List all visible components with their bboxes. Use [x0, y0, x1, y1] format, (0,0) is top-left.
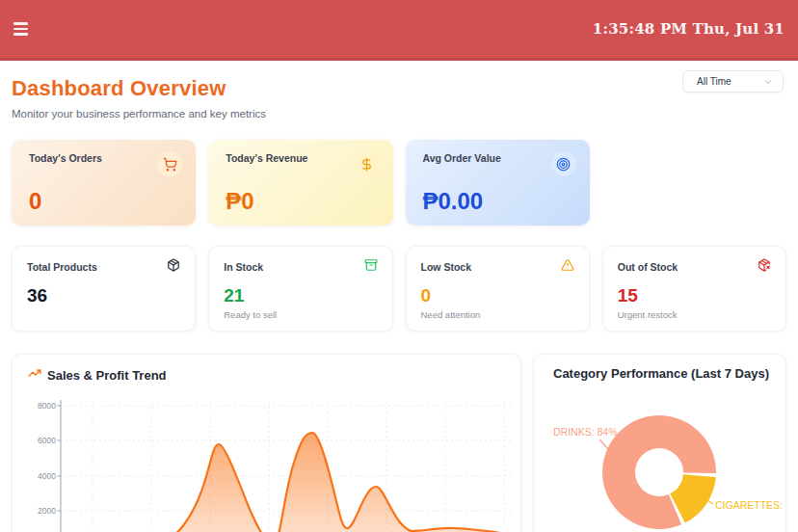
- ytick-6000: 6000: [38, 436, 56, 445]
- avg-order-value-card: Avg Order Value ₱0.00: [406, 140, 590, 226]
- hamburger-icon: [13, 22, 28, 25]
- dollar-icon: [355, 151, 380, 176]
- area-chart: 8000 6000 4000 2000: [13, 355, 521, 532]
- menu-hamburger-button[interactable]: [13, 19, 35, 39]
- top-header-bar: 1:35:48 PM Thu, Jul 31: [0, 0, 798, 61]
- donut-chart: DRINKS: 84% CIGARETTES:: [534, 355, 786, 532]
- page-subtitle: Monitor your business performance and ke…: [12, 108, 786, 120]
- category-performance-card: Category Performance (Last 7 Days) DRINK…: [533, 354, 786, 532]
- ytick-4000: 4000: [38, 471, 56, 481]
- in-stock-card: In Stock 21 Ready to sell: [208, 246, 392, 332]
- empty-grid-cell: [602, 140, 786, 226]
- out-of-stock-subtitle: Urgent restock: [618, 309, 771, 320]
- time-range-select[interactable]: All Time: [682, 70, 784, 93]
- package-x-icon: [758, 258, 771, 276]
- todays-revenue-value: ₱0: [226, 190, 377, 213]
- todays-revenue-card: Today's Revenue ₱0: [208, 140, 392, 226]
- in-stock-label: In Stock: [224, 261, 263, 273]
- page-header: Dashboard Overview Monitor your business…: [0, 61, 798, 120]
- drinks-slice-label: DRINKS: 84%: [553, 426, 618, 438]
- todays-orders-value: 0: [29, 190, 180, 213]
- area-fill: [61, 433, 510, 532]
- in-stock-value: 21: [224, 286, 377, 305]
- ytick-2000: 2000: [38, 506, 56, 516]
- page-title: Dashboard Overview: [12, 76, 786, 101]
- drinks-callout-line: [599, 439, 609, 450]
- low-stock-subtitle: Need attention: [421, 309, 574, 320]
- total-products-label: Total Products: [27, 261, 97, 273]
- package-icon: [167, 258, 180, 276]
- sales-profit-trend-card: Sales & Profit Trend: [12, 354, 521, 532]
- alert-triangle-icon: [561, 258, 574, 276]
- shopping-cart-icon: [157, 151, 182, 176]
- out-of-stock-card: Out of Stock 15 Urgent restock: [602, 246, 786, 332]
- target-icon: [551, 151, 576, 176]
- today-metrics-row: Today's Orders 0 Today's Revenue ₱0 Avg …: [0, 140, 798, 226]
- avg-order-value-value: ₱0.00: [423, 190, 574, 213]
- out-of-stock-label: Out of Stock: [618, 261, 678, 273]
- hamburger-icon: [13, 28, 28, 31]
- out-of-stock-value: 15: [618, 286, 771, 305]
- charts-row: Sales & Profit Trend: [0, 354, 798, 532]
- chevron-down-icon: [762, 76, 774, 88]
- low-stock-card: Low Stock 0 Need attention: [406, 246, 590, 332]
- ytick-8000: 8000: [38, 401, 56, 411]
- low-stock-label: Low Stock: [421, 261, 472, 273]
- inventory-stats-row: Total Products 36 In Stock 21 Ready to s…: [0, 246, 798, 332]
- low-stock-value: 0: [421, 286, 574, 305]
- cigarettes-slice-label: CIGARETTES:: [715, 499, 783, 511]
- header-clock: 1:35:48 PM Thu, Jul 31: [593, 20, 785, 38]
- in-stock-subtitle: Ready to sell: [224, 309, 377, 320]
- total-products-value: 36: [27, 286, 180, 305]
- time-range-selected-value: All Time: [697, 76, 732, 87]
- todays-orders-card: Today's Orders 0: [12, 140, 196, 226]
- archive-icon: [364, 258, 378, 276]
- hamburger-icon: [13, 33, 28, 36]
- total-products-card: Total Products 36: [12, 246, 196, 332]
